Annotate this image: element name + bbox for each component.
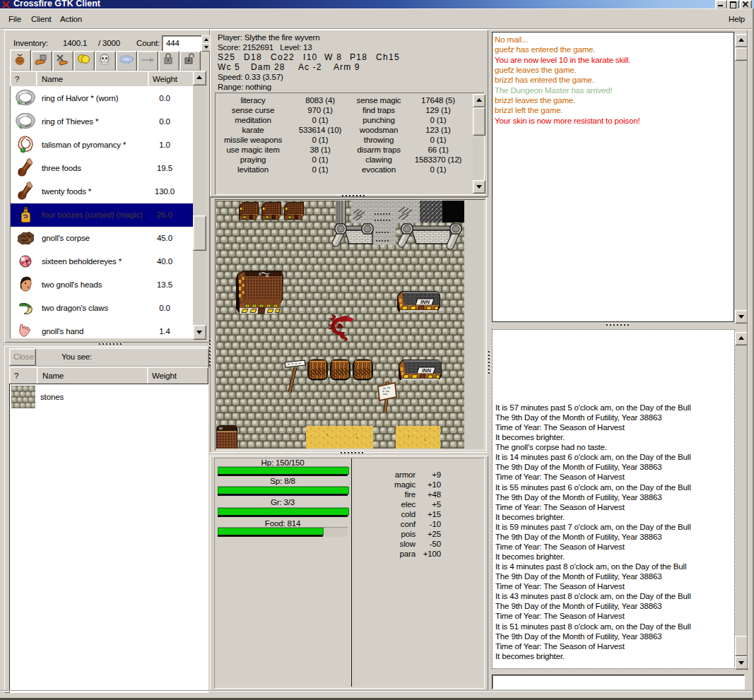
svg-text:INN: INN: [420, 299, 430, 305]
svg-text:INN: INN: [422, 367, 432, 374]
